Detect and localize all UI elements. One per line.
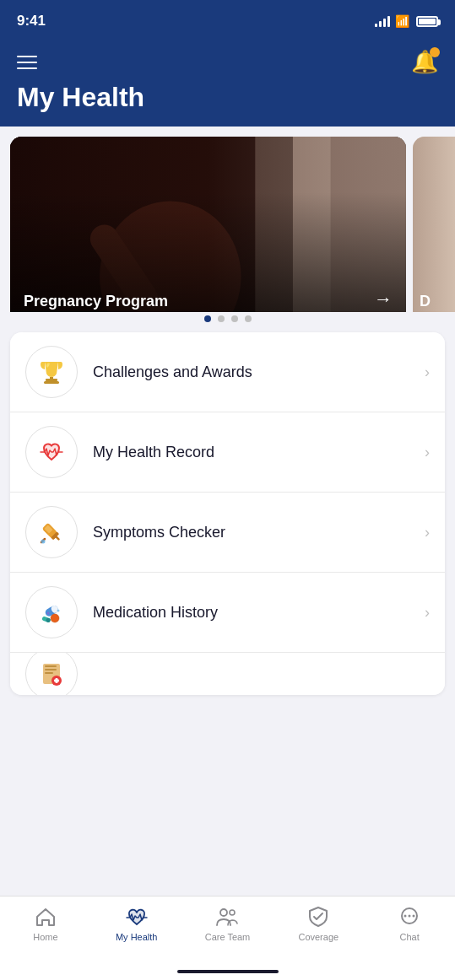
carousel-slide-2[interactable]: D — [413, 137, 455, 312]
trophy-icon — [36, 357, 67, 387]
signal-icon — [375, 15, 390, 27]
status-icons: 📶 — [375, 14, 438, 28]
app-header: 🔔 My Health — [0, 42, 455, 127]
svg-line-15 — [57, 537, 59, 540]
slide-arrow: → — [374, 288, 393, 310]
menu-button[interactable] — [17, 56, 37, 69]
page-title: My Health — [17, 82, 438, 113]
my-health-nav-label: My Health — [116, 932, 158, 942]
health-record-icon-wrap — [25, 426, 78, 478]
pulse-icon — [123, 905, 150, 929]
dot-4[interactable] — [245, 315, 252, 322]
dot-1[interactable] — [204, 315, 211, 322]
svg-point-37 — [413, 915, 415, 918]
care-team-nav-label: Care Team — [205, 932, 251, 942]
slide-label: Pregnancy Program — [24, 293, 168, 310]
nav-item-chat[interactable]: Chat — [364, 905, 455, 942]
svg-point-32 — [220, 909, 227, 916]
health-record-label: My Health Record — [93, 444, 425, 461]
medication-label: Medication History — [93, 604, 425, 622]
coverage-nav-label: Coverage — [298, 932, 339, 942]
challenges-label: Challenges and Awards — [93, 363, 425, 381]
carousel-slide-1[interactable]: Pregnancy Program → — [10, 137, 406, 312]
symptoms-icon-wrap — [25, 506, 78, 558]
bottom-navigation: Home My Health Care Team Coverage — [0, 896, 455, 980]
partial-icon-wrap — [25, 653, 78, 695]
home-nav-label: Home — [33, 932, 57, 942]
nav-item-care-team[interactable]: Care Team — [182, 905, 274, 942]
slide-overlay: Pregnancy Program → — [10, 192, 406, 312]
nav-item-coverage[interactable]: Coverage — [273, 905, 364, 942]
menu-item-challenges[interactable]: Challenges and Awards › — [10, 332, 445, 412]
carousel-dots — [0, 312, 455, 332]
nav-item-my-health[interactable]: My Health — [91, 905, 182, 942]
notification-badge — [430, 47, 440, 57]
heart-monitor-icon — [36, 437, 67, 467]
chat-icon — [398, 905, 421, 929]
health-record-chevron: › — [425, 444, 430, 461]
svg-rect-7 — [44, 381, 59, 384]
shield-check-icon — [306, 905, 330, 929]
menu-item-health-record[interactable]: My Health Record › — [10, 412, 445, 493]
svg-rect-6 — [46, 379, 57, 381]
svg-rect-31 — [54, 680, 59, 682]
symptoms-chevron: › — [425, 524, 430, 541]
pills-icon — [36, 597, 67, 627]
svg-point-36 — [409, 915, 411, 918]
notification-button[interactable]: 🔔 — [411, 49, 438, 75]
svg-point-35 — [404, 915, 407, 918]
svg-rect-26 — [45, 665, 57, 667]
svg-rect-8 — [50, 377, 53, 379]
carousel-container[interactable]: Pregnancy Program → D — [0, 127, 455, 312]
nav-item-home[interactable]: Home — [0, 905, 91, 942]
partial-menu-icon — [36, 659, 67, 689]
dot-3[interactable] — [231, 315, 238, 322]
home-icon — [34, 905, 57, 929]
challenges-chevron: › — [425, 363, 430, 381]
menu-list: Challenges and Awards › My Health Record… — [10, 332, 445, 695]
challenges-icon-wrap — [25, 346, 78, 398]
medication-chevron: › — [425, 604, 430, 622]
home-indicator — [177, 970, 279, 973]
svg-point-23 — [47, 612, 50, 615]
menu-item-partial[interactable] — [10, 653, 445, 695]
battery-icon — [416, 16, 438, 27]
status-time: 9:41 — [17, 13, 46, 30]
slide-2-label: D — [420, 293, 431, 310]
menu-item-medication[interactable]: Medication History › — [10, 573, 445, 653]
svg-point-33 — [230, 910, 235, 915]
svg-point-11 — [41, 540, 46, 544]
carousel-section: Pregnancy Program → D — [0, 127, 455, 332]
chat-nav-label: Chat — [399, 932, 419, 942]
dot-2[interactable] — [218, 315, 225, 322]
medication-icon-wrap — [25, 586, 78, 638]
symptoms-label: Symptoms Checker — [93, 524, 425, 541]
status-bar: 9:41 📶 — [0, 0, 455, 42]
svg-rect-28 — [45, 672, 53, 674]
svg-rect-27 — [45, 669, 57, 670]
people-icon — [214, 905, 240, 929]
syringe-icon — [36, 517, 67, 547]
menu-item-symptoms[interactable]: Symptoms Checker › — [10, 493, 445, 573]
svg-point-24 — [57, 610, 60, 612]
wifi-icon: 📶 — [395, 14, 409, 28]
